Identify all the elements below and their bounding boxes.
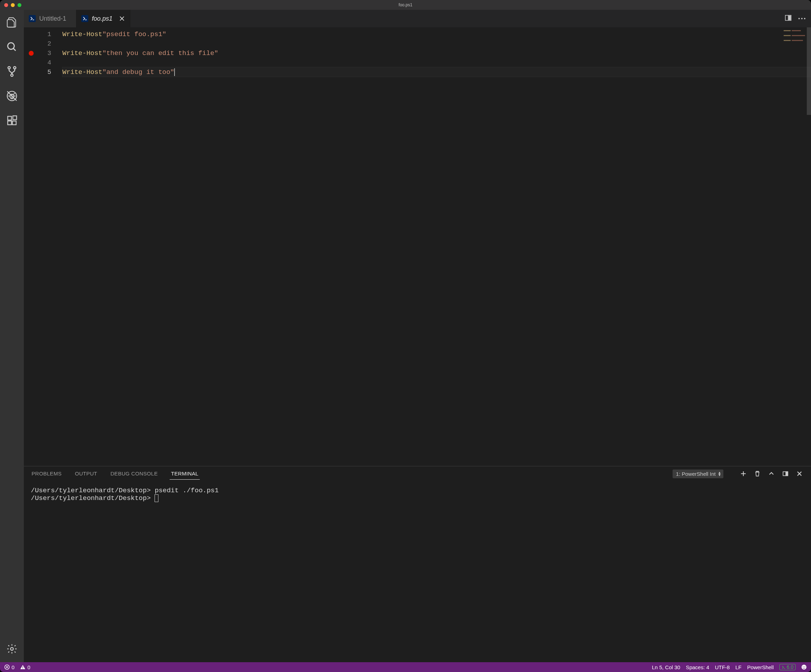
svg-point-38 bbox=[803, 666, 804, 667]
panel-tabs: PROBLEMS OUTPUT DEBUG CONSOLE TERMINAL 1… bbox=[24, 466, 811, 481]
activity-bar bbox=[0, 10, 24, 662]
terminal-prompt: /Users/tylerleonhardt/Desktop> bbox=[31, 494, 151, 502]
svg-rect-13 bbox=[8, 116, 12, 120]
svg-point-4 bbox=[11, 74, 13, 76]
source-control-icon[interactable] bbox=[3, 63, 20, 80]
search-icon[interactable] bbox=[3, 39, 20, 55]
svg-rect-35 bbox=[23, 668, 24, 669]
code-token: Write-Host bbox=[63, 49, 102, 57]
main-row: Untitled-1 foo.ps1 bbox=[0, 10, 811, 662]
minimize-window-button[interactable] bbox=[11, 3, 15, 7]
svg-line-1 bbox=[13, 48, 16, 51]
svg-point-39 bbox=[805, 666, 805, 667]
titlebar: foo.ps1 bbox=[0, 0, 811, 10]
svg-point-17 bbox=[10, 647, 13, 650]
svg-rect-16 bbox=[13, 116, 17, 120]
close-window-button[interactable] bbox=[4, 3, 8, 7]
panel: PROBLEMS OUTPUT DEBUG CONSOLE TERMINAL 1… bbox=[24, 466, 811, 662]
status-warnings[interactable]: 0 bbox=[20, 664, 30, 670]
new-terminal-icon[interactable] bbox=[740, 471, 747, 477]
svg-line-11 bbox=[13, 93, 15, 95]
close-tab-icon[interactable] bbox=[119, 15, 125, 22]
editor-body[interactable]: 1 2 3 4 5 Write-Host "psedit foo.ps1" Wr… bbox=[24, 27, 811, 466]
ps-version-label: 6.0 bbox=[787, 664, 794, 670]
svg-rect-34 bbox=[23, 666, 24, 668]
tab-label: foo.ps1 bbox=[92, 15, 112, 22]
powershell-icon bbox=[782, 665, 786, 669]
status-bar: 0 0 Ln 5, Col 30 Spaces: 4 UTF-8 LF Powe… bbox=[0, 662, 811, 672]
powershell-file-icon bbox=[81, 15, 88, 22]
line-number: 1 bbox=[48, 31, 51, 38]
status-indentation[interactable]: Spaces: 4 bbox=[686, 664, 709, 670]
explorer-icon[interactable] bbox=[3, 14, 20, 31]
line-number: 3 bbox=[48, 50, 51, 57]
code-content[interactable]: Write-Host "psedit foo.ps1" Write-Host "… bbox=[63, 27, 811, 466]
panel-tab-output[interactable]: OUTPUT bbox=[74, 468, 98, 480]
editor-area: Untitled-1 foo.ps1 bbox=[24, 10, 811, 662]
line-number: 5 bbox=[48, 69, 51, 76]
maximize-panel-icon[interactable] bbox=[768, 471, 775, 477]
code-token: Write-Host bbox=[63, 30, 102, 38]
tab-foo-ps1[interactable]: foo.ps1 bbox=[76, 10, 131, 27]
terminal-selector[interactable]: 1: PowerShell Int ▲▼ bbox=[673, 469, 723, 478]
svg-point-0 bbox=[8, 43, 14, 49]
svg-rect-24 bbox=[789, 16, 791, 20]
status-feedback-icon[interactable] bbox=[801, 664, 807, 670]
terminal-command: psedit ./foo.ps1 bbox=[154, 487, 218, 494]
svg-point-37 bbox=[801, 665, 806, 670]
svg-rect-15 bbox=[12, 121, 16, 125]
error-count: 0 bbox=[12, 664, 14, 670]
tab-untitled-1[interactable]: Untitled-1 bbox=[24, 10, 76, 27]
debug-icon[interactable] bbox=[3, 88, 20, 104]
terminal-content[interactable]: /Users/tylerleonhardt/Desktop> psedit ./… bbox=[24, 481, 811, 662]
code-token: "and debug it too" bbox=[102, 68, 174, 76]
editor-cursor bbox=[174, 68, 175, 76]
editor-scrollbar[interactable] bbox=[807, 27, 811, 115]
line-number: 2 bbox=[48, 40, 51, 47]
terminal-prompt: /Users/tylerleonhardt/Desktop> bbox=[31, 487, 151, 494]
svg-rect-28 bbox=[786, 472, 788, 476]
extensions-icon[interactable] bbox=[3, 112, 20, 129]
status-language[interactable]: PowerShell bbox=[747, 664, 774, 670]
panel-actions bbox=[740, 471, 803, 477]
svg-rect-14 bbox=[8, 121, 12, 125]
powershell-file-icon bbox=[29, 15, 36, 22]
panel-tab-debug-console[interactable]: DEBUG CONSOLE bbox=[109, 468, 159, 480]
toggle-panel-layout-icon[interactable] bbox=[782, 471, 789, 477]
svg-point-3 bbox=[14, 66, 16, 69]
code-token: Write-Host bbox=[63, 68, 102, 76]
editor-tabs: Untitled-1 foo.ps1 bbox=[24, 10, 811, 27]
panel-tab-terminal[interactable]: TERMINAL bbox=[170, 468, 200, 480]
panel-tab-problems[interactable]: PROBLEMS bbox=[30, 468, 63, 480]
code-token: "then you can edit this file" bbox=[102, 49, 218, 57]
line-number: 4 bbox=[48, 59, 51, 66]
status-powershell-version[interactable]: 6.0 bbox=[779, 664, 796, 670]
close-panel-icon[interactable] bbox=[796, 471, 803, 477]
maximize-window-button[interactable] bbox=[17, 3, 21, 7]
status-eol[interactable]: LF bbox=[735, 664, 741, 670]
gutter[interactable]: 1 2 3 4 5 bbox=[24, 27, 63, 466]
status-encoding[interactable]: UTF-8 bbox=[715, 664, 730, 670]
window-title: foo.ps1 bbox=[0, 2, 811, 7]
warning-count: 0 bbox=[27, 664, 30, 670]
terminal-selector-label: 1: PowerShell Int bbox=[676, 471, 716, 477]
breakpoint-icon[interactable] bbox=[29, 51, 34, 56]
app-window: foo.ps1 bbox=[0, 0, 811, 672]
split-editor-icon[interactable] bbox=[784, 14, 792, 23]
settings-gear-icon[interactable] bbox=[3, 640, 20, 657]
more-actions-icon[interactable] bbox=[798, 18, 805, 19]
svg-point-2 bbox=[8, 66, 10, 69]
terminal-cursor bbox=[154, 494, 158, 502]
status-cursor-position[interactable]: Ln 5, Col 30 bbox=[652, 664, 680, 670]
code-token: "psedit foo.ps1" bbox=[102, 30, 166, 38]
status-errors[interactable]: 0 bbox=[4, 664, 14, 670]
kill-terminal-icon[interactable] bbox=[754, 471, 760, 477]
tab-label: Untitled-1 bbox=[39, 15, 66, 22]
window-controls bbox=[0, 3, 21, 7]
editor-actions bbox=[784, 10, 811, 27]
dropdown-icon: ▲▼ bbox=[718, 471, 721, 476]
